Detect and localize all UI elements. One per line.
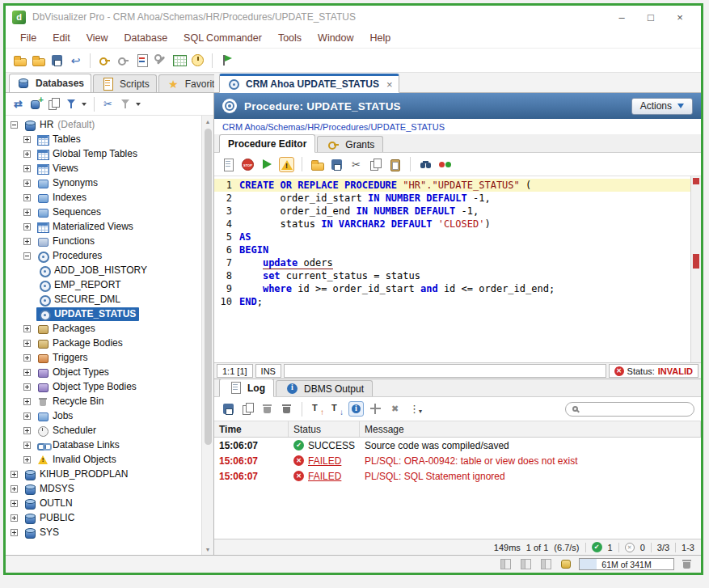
tree-scrollbar[interactable]: ▲ ▼ — [201, 116, 213, 555]
trash2-icon[interactable] — [279, 401, 294, 417]
folder-icon[interactable] — [12, 53, 27, 68]
stop-icon[interactable] — [240, 157, 255, 172]
find-icon[interactable] — [418, 157, 433, 172]
tree-item-triggers[interactable]: Triggers — [6, 350, 201, 365]
fit-icon[interactable] — [368, 401, 383, 417]
error-mark[interactable] — [693, 178, 699, 184]
expand-icon[interactable] — [23, 238, 31, 245]
expand-icon[interactable] — [23, 398, 31, 405]
sql-editor[interactable]: 1CREATE OR REPLACE PROCEDURE "HR"."UPDAT… — [214, 176, 690, 362]
scroll-up-icon[interactable]: ▲ — [205, 116, 211, 127]
warning-icon[interactable] — [279, 157, 294, 172]
tree-item-sys[interactable]: SYS — [6, 525, 201, 539]
compare-icon[interactable] — [437, 157, 453, 172]
new-icon[interactable] — [221, 157, 236, 172]
tbottom-icon[interactable] — [329, 401, 344, 417]
tab-databases[interactable]: Databases — [9, 74, 91, 92]
expand-icon[interactable] — [11, 500, 18, 507]
info-icon[interactable] — [348, 401, 364, 417]
log-row[interactable]: 15:06:07FAILEDPL/SQL: SQL Statement igno… — [214, 468, 701, 484]
filter-icon[interactable] — [64, 96, 79, 112]
scroll-down-icon[interactable]: ▼ — [205, 544, 211, 555]
tree-item-sequences[interactable]: Sequences — [6, 205, 201, 219]
log-row[interactable]: 15:06:07FAILEDPL/SQL: ORA-00942: table o… — [214, 453, 701, 468]
expand-icon[interactable] — [23, 383, 31, 391]
collapse-icon[interactable] — [23, 252, 31, 260]
expand-icon[interactable] — [23, 180, 31, 187]
tab-log[interactable]: Log — [219, 379, 274, 397]
tab-scripts[interactable]: Scripts — [93, 74, 157, 92]
tab-grants[interactable]: Grants — [317, 136, 383, 152]
tab-procedure-editor[interactable]: Procedure Editor — [219, 134, 315, 153]
expand-icon[interactable] — [23, 165, 31, 172]
log-row[interactable]: 15:06:07SUCCESSSource code was compiled/… — [214, 438, 701, 453]
tree-item-materialized-views[interactable]: Materialized Views — [6, 219, 201, 234]
cutx-icon[interactable] — [100, 96, 116, 112]
tree-item-indexes[interactable]: Indexes — [6, 190, 201, 205]
tree-item-tables[interactable]: Tables — [6, 132, 201, 146]
tree-item-mdsys[interactable]: MDSYS — [6, 481, 201, 496]
menu-dots-icon[interactable] — [407, 401, 422, 417]
expand-icon[interactable] — [23, 340, 31, 347]
clock-icon[interactable] — [190, 53, 205, 68]
expand-icon[interactable] — [23, 194, 31, 201]
log-search-input[interactable] — [583, 404, 687, 414]
tree-item-emp-report[interactable]: EMP_REPORT — [6, 277, 201, 292]
expand-icon[interactable] — [23, 150, 31, 158]
menu-item-file[interactable]: File — [12, 30, 44, 46]
tree-item-packages[interactable]: Packages — [6, 321, 201, 336]
tree-item-scheduler[interactable]: Scheduler — [6, 423, 201, 438]
expand-icon[interactable] — [23, 412, 31, 420]
tree-item-kihub-prodplan[interactable]: KIHUB_PRODPLAN — [6, 467, 201, 481]
tree-item-secure-dml[interactable]: SECURE_DML — [6, 292, 201, 307]
sheets-icon[interactable] — [240, 401, 255, 417]
close-button[interactable]: × — [665, 8, 694, 26]
actions-button[interactable]: Actions — [631, 98, 693, 115]
tree-item-object-type-bodies[interactable]: Object Type Bodies — [6, 379, 201, 394]
garbage-collect-icon[interactable] — [679, 556, 694, 572]
tree-item-public[interactable]: PUBLIC — [6, 510, 201, 525]
trash-icon[interactable] — [260, 401, 275, 417]
tree-item-update-status[interactable]: UPDATE_STATUS — [6, 307, 201, 321]
collapse-icon[interactable] — [11, 121, 18, 129]
tab-favorites[interactable]: Favorites — [158, 74, 214, 92]
disconnect-icon[interactable] — [116, 53, 131, 68]
error-mark[interactable] — [693, 254, 699, 269]
folder-add-icon[interactable] — [31, 53, 46, 68]
tree-item-global-temp-tables[interactable]: Global Temp Tables — [6, 146, 201, 161]
column-header-status[interactable]: Status — [289, 421, 360, 437]
minimize-button[interactable]: – — [607, 8, 636, 26]
menu-item-help[interactable]: Help — [362, 30, 399, 46]
expand-icon[interactable] — [23, 136, 31, 143]
tree-item-jobs[interactable]: Jobs — [6, 408, 201, 423]
filter-gray-icon[interactable] — [118, 96, 133, 112]
menu-item-window[interactable]: Window — [310, 30, 361, 46]
ttop-icon[interactable] — [310, 401, 325, 417]
tree-item-package-bodies[interactable]: Package Bodies — [6, 336, 201, 350]
expand-icon[interactable] — [11, 514, 18, 522]
menu-item-database[interactable]: Database — [116, 30, 176, 46]
database-tree[interactable]: HR(Default)TablesGlobal Temp TablesViews… — [6, 116, 213, 555]
column-header-message[interactable]: Message — [360, 421, 701, 437]
save-icon[interactable] — [49, 53, 65, 68]
pane-toggle-icon[interactable] — [538, 556, 554, 572]
tree-item-views[interactable]: Views — [6, 161, 201, 176]
sheets-icon[interactable] — [46, 96, 61, 112]
expand-icon[interactable] — [23, 325, 31, 332]
filter-icon-dropdown-caret[interactable] — [82, 103, 87, 106]
commander-icon[interactable] — [134, 53, 150, 68]
refresh-icon[interactable] — [11, 96, 26, 112]
expand-icon[interactable] — [23, 427, 31, 434]
copy-icon[interactable] — [368, 157, 383, 172]
tree-item-recycle-bin[interactable]: Recycle Bin — [6, 394, 201, 408]
tree-item-hr[interactable]: HR(Default) — [6, 117, 201, 132]
tree-item-add-job-history[interactable]: ADD_JOB_HISTORY — [6, 263, 201, 277]
grid-icon[interactable] — [171, 53, 187, 68]
scrollbar-thumb[interactable] — [205, 129, 212, 445]
expand-icon[interactable] — [11, 529, 18, 536]
tree-item-outln[interactable]: OUTLN — [6, 496, 201, 510]
tree-item-procedures[interactable]: Procedures — [6, 248, 201, 263]
memory-indicator[interactable]: 61M of 341M — [579, 558, 674, 570]
menu-item-edit[interactable]: Edit — [44, 30, 78, 46]
export-icon[interactable] — [221, 401, 236, 417]
